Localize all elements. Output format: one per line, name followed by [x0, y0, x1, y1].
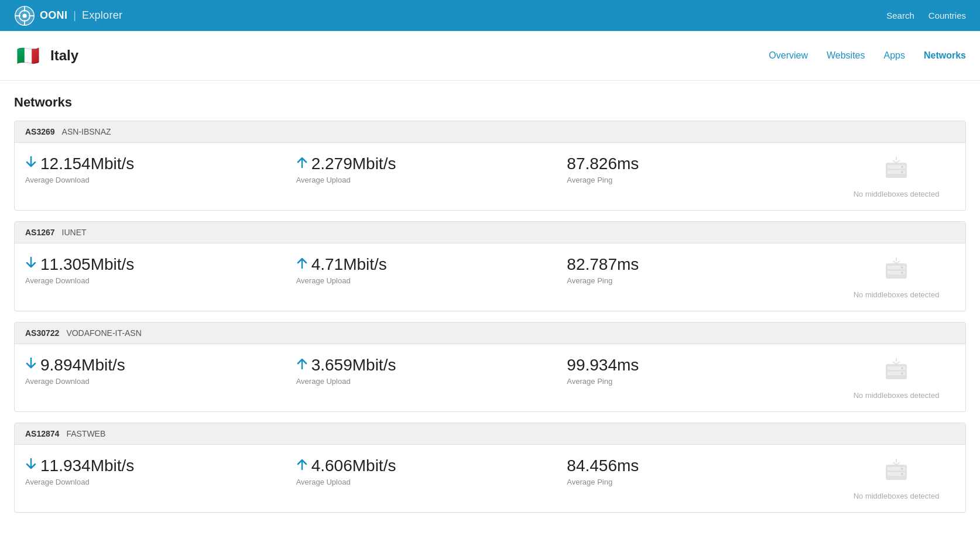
section-title: Networks [14, 95, 966, 110]
svg-line-37 [896, 462, 900, 465]
middlebox-label: No middleboxes detected [854, 290, 940, 299]
svg-point-19 [901, 272, 903, 274]
header-right: Search Countries [886, 11, 966, 20]
download-metric: 12.154Mbit/s Average Download [25, 155, 296, 184]
page-content: Networks AS3269 ASN-IBSNAZ 12.154Mbit/s … [0, 81, 980, 537]
country-left: 🇮🇹 Italy [14, 42, 78, 70]
upload-metric: 3.659Mbit/s Average Upload [296, 356, 567, 386]
network-card-body: 11.934Mbit/s Average Download 4.606Mbit/… [15, 445, 965, 512]
download-icon [25, 458, 37, 474]
ping-value: 99.934ms [567, 356, 838, 375]
upload-icon [296, 256, 308, 273]
download-label: Average Download [25, 478, 296, 486]
network-name: ASN-IBSNAZ [62, 127, 111, 136]
svg-line-29 [896, 362, 900, 364]
middlebox-section: No middleboxes detected [838, 255, 955, 299]
middlebox-label: No middleboxes detected [854, 190, 940, 198]
upload-label: Average Upload [296, 276, 567, 285]
svg-line-36 [893, 462, 896, 465]
country-flag: 🇮🇹 [14, 42, 42, 70]
middlebox-section: No middleboxes detected [838, 356, 955, 400]
ping-metric: 99.934ms Average Ping [567, 356, 838, 386]
svg-point-35 [901, 473, 903, 475]
middlebox-label: No middleboxes detected [854, 492, 940, 500]
svg-point-11 [901, 171, 903, 173]
middlebox-label: No middleboxes detected [854, 391, 940, 400]
middlebox-icon [881, 457, 912, 487]
brand-explorer: Explorer [82, 9, 122, 22]
download-icon [25, 156, 37, 172]
download-label: Average Download [25, 176, 296, 184]
svg-line-28 [893, 362, 896, 364]
header: OONI | Explorer Search Countries [0, 0, 980, 31]
network-name: FASTWEB [66, 429, 105, 438]
download-icon [25, 357, 37, 373]
download-value: 11.934Mbit/s [25, 457, 296, 475]
upload-label: Average Upload [296, 377, 567, 386]
upload-metric: 4.606Mbit/s Average Upload [296, 457, 567, 486]
svg-point-10 [901, 166, 903, 168]
upload-icon [296, 458, 308, 474]
brand-divider: | [73, 9, 76, 22]
upload-icon [296, 357, 308, 373]
countries-link[interactable]: Countries [928, 11, 966, 20]
upload-label: Average Upload [296, 176, 567, 184]
upload-value: 2.279Mbit/s [296, 155, 567, 173]
ping-metric: 87.826ms Average Ping [567, 155, 838, 184]
nav-apps[interactable]: Apps [884, 50, 905, 61]
network-asn: AS30722 [25, 328, 59, 338]
svg-line-13 [896, 160, 900, 163]
network-card-header: AS12874 FASTWEB [15, 423, 965, 445]
download-metric: 11.305Mbit/s Average Download [25, 255, 296, 285]
brand-name: OONI [40, 9, 67, 22]
network-asn: AS3269 [25, 127, 55, 136]
svg-point-27 [901, 372, 903, 375]
nav-overview[interactable]: Overview [769, 50, 808, 61]
network-name: IUNET [62, 228, 87, 237]
middlebox-icon [881, 356, 912, 386]
network-card-header: AS30722 VODAFONE-IT-ASN [15, 322, 965, 344]
nav-websites[interactable]: Websites [827, 50, 865, 61]
network-asn: AS12874 [25, 429, 59, 438]
download-icon [25, 256, 37, 273]
country-name: Italy [50, 47, 78, 64]
svg-line-20 [893, 261, 896, 263]
svg-point-26 [901, 367, 903, 369]
upload-value: 4.71Mbit/s [296, 255, 567, 274]
ping-metric: 82.787ms Average Ping [567, 255, 838, 285]
search-link[interactable]: Search [886, 11, 914, 20]
svg-line-12 [893, 160, 896, 163]
download-value: 11.305Mbit/s [25, 255, 296, 274]
ping-value: 84.456ms [567, 457, 838, 475]
country-header: 🇮🇹 Italy Overview Websites Apps Networks [0, 31, 980, 81]
network-name: VODAFONE-IT-ASN [66, 328, 141, 338]
network-card-header: AS1267 IUNET [15, 222, 965, 243]
upload-metric: 4.71Mbit/s Average Upload [296, 255, 567, 285]
download-value: 9.894Mbit/s [25, 356, 296, 375]
network-card: AS30722 VODAFONE-IT-ASN 9.894Mbit/s Aver… [14, 322, 966, 412]
network-asn: AS1267 [25, 228, 55, 237]
middlebox-icon [881, 155, 912, 185]
network-card: AS1267 IUNET 11.305Mbit/s Average Downlo… [14, 221, 966, 311]
country-nav: Overview Websites Apps Networks [769, 50, 966, 61]
middlebox-section: No middleboxes detected [838, 457, 955, 500]
download-value: 12.154Mbit/s [25, 155, 296, 173]
network-card-header: AS3269 ASN-IBSNAZ [15, 121, 965, 143]
svg-point-2 [22, 13, 26, 18]
ping-value: 82.787ms [567, 255, 838, 274]
svg-point-34 [901, 468, 903, 470]
svg-point-18 [901, 266, 903, 269]
middlebox-section: No middleboxes detected [838, 155, 955, 198]
upload-metric: 2.279Mbit/s Average Upload [296, 155, 567, 184]
ping-label: Average Ping [567, 176, 838, 184]
ping-label: Average Ping [567, 377, 838, 386]
ping-label: Average Ping [567, 478, 838, 486]
network-card-body: 9.894Mbit/s Average Download 3.659Mbit/s… [15, 344, 965, 411]
network-card-body: 12.154Mbit/s Average Download 2.279Mbit/… [15, 143, 965, 210]
download-metric: 9.894Mbit/s Average Download [25, 356, 296, 386]
ping-value: 87.826ms [567, 155, 838, 173]
ooni-logo-icon [14, 5, 35, 26]
network-card-body: 11.305Mbit/s Average Download 4.71Mbit/s… [15, 243, 965, 311]
nav-networks[interactable]: Networks [924, 50, 966, 61]
header-left: OONI | Explorer [14, 5, 122, 26]
